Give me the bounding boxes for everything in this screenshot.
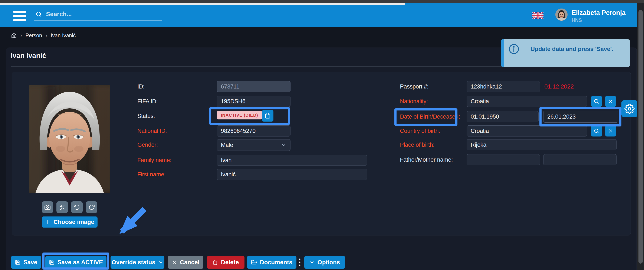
- status-calendar-button[interactable]: [262, 110, 274, 121]
- save-button[interactable]: Save: [11, 256, 41, 269]
- country-clear-icon[interactable]: [605, 125, 616, 137]
- crop-scissors-icon[interactable]: [56, 201, 68, 213]
- chevron-down-icon: [281, 142, 286, 148]
- save-as-active-label: Save as ACTIVE: [58, 259, 103, 266]
- breadcrumb-item-person[interactable]: Person: [25, 32, 42, 39]
- delete-button[interactable]: Delete: [207, 256, 244, 269]
- settings-gear-button[interactable]: [622, 100, 638, 117]
- passport-expiry-date: 01.12.2022: [544, 81, 574, 92]
- gender-select[interactable]: Male: [217, 139, 290, 151]
- field-label-place-of-birth: Place of birth:: [400, 139, 434, 150]
- field-label-nationality: Nationality:: [400, 96, 428, 107]
- field-label-passport: Passport #:: [400, 81, 428, 92]
- save-as-active-button[interactable]: Save as ACTIVE: [45, 256, 106, 269]
- breadcrumb-separator: ›: [20, 32, 22, 39]
- search-icon: [35, 11, 42, 18]
- search-input[interactable]: [46, 11, 148, 18]
- person-photo: [29, 85, 110, 193]
- field-label-first-name: First name:: [137, 169, 166, 180]
- breadcrumb-item-current: Ivan Ivanić: [51, 32, 76, 39]
- gender-value: Male: [221, 142, 233, 149]
- user-name: Elizabeta Peronja: [572, 9, 626, 17]
- search-bar: [34, 9, 162, 21]
- options-label: Options: [318, 259, 340, 266]
- page-title: Ivan Ivanić: [11, 52, 46, 60]
- rotate-right-icon[interactable]: [86, 201, 97, 213]
- field-label-parents: Father/Mother name:: [400, 154, 453, 165]
- hamburger-menu-icon[interactable]: [13, 11, 26, 21]
- browser-top-bar: [0, 0, 644, 3]
- field-label-gender: Gender:: [137, 139, 158, 150]
- home-icon[interactable]: [11, 33, 17, 38]
- field-label-status: Status:: [137, 110, 155, 121]
- fifa-id-field[interactable]: [217, 96, 290, 107]
- user-organization: HNS: [572, 18, 626, 23]
- field-label-family-name: Family name:: [137, 155, 172, 166]
- breadcrumb: › Person › Ivan Ivanić: [11, 31, 76, 40]
- callout-message: Update data and press 'Save'.: [530, 46, 613, 52]
- delete-label: Delete: [221, 259, 239, 266]
- save-label: Save: [24, 259, 37, 266]
- more-actions-dots-icon[interactable]: [298, 256, 301, 269]
- options-button[interactable]: Options: [304, 256, 345, 269]
- screen: Elizabeta Peronja HNS › Person › Ivan Iv…: [0, 0, 644, 270]
- passport-field[interactable]: [466, 81, 540, 92]
- status-badge: INACTIVE (DIED): [217, 111, 262, 119]
- nationality-search-icon[interactable]: [591, 96, 602, 107]
- user-avatar[interactable]: [556, 9, 568, 21]
- birth-date-field[interactable]: [466, 111, 538, 122]
- field-label-fifa-id: FIFA ID:: [137, 96, 158, 107]
- country-search-icon[interactable]: [591, 125, 602, 137]
- field-label-dob: Date of Birth/Deceased:: [400, 111, 460, 122]
- nationality-field[interactable]: [466, 96, 587, 107]
- choose-image-button[interactable]: Choose image: [42, 216, 98, 228]
- first-name-field[interactable]: [217, 169, 367, 180]
- user-info[interactable]: Elizabeta Peronja HNS: [572, 9, 626, 23]
- documents-button[interactable]: Documents: [247, 256, 296, 269]
- camera-icon[interactable]: [42, 201, 53, 213]
- national-id-field[interactable]: [217, 125, 290, 137]
- override-status-button[interactable]: Override status: [110, 256, 164, 269]
- field-label-national-id: National ID:: [137, 125, 167, 137]
- choose-image-label: Choose image: [54, 219, 94, 225]
- info-icon: [508, 43, 520, 55]
- override-status-label: Override status: [112, 259, 155, 266]
- cancel-button[interactable]: Cancel: [168, 256, 204, 269]
- mother-name-field[interactable]: [543, 154, 616, 165]
- place-of-birth-field[interactable]: [466, 139, 616, 150]
- info-callout: Update data and press 'Save'.: [501, 39, 630, 67]
- father-name-field[interactable]: [466, 154, 540, 165]
- scrollbar-thumb[interactable]: [638, 10, 643, 263]
- id-field: [217, 81, 290, 92]
- documents-label: Documents: [260, 259, 292, 266]
- breadcrumb-separator: ›: [45, 32, 47, 39]
- country-of-birth-field[interactable]: [466, 125, 587, 137]
- browser-strip: [0, 3, 405, 5]
- family-name-field[interactable]: [217, 155, 367, 166]
- language-flag-icon[interactable]: [532, 12, 544, 19]
- rotate-left-icon[interactable]: [71, 201, 83, 213]
- deceased-date-field[interactable]: [543, 111, 618, 123]
- nationality-clear-icon[interactable]: [605, 96, 616, 107]
- scrollbar: [637, 3, 644, 270]
- field-label-id: ID:: [137, 81, 144, 92]
- field-label-country-of-birth: Country of birth:: [400, 125, 440, 137]
- cancel-label: Cancel: [180, 259, 200, 266]
- callout-accent-bar: [501, 39, 504, 67]
